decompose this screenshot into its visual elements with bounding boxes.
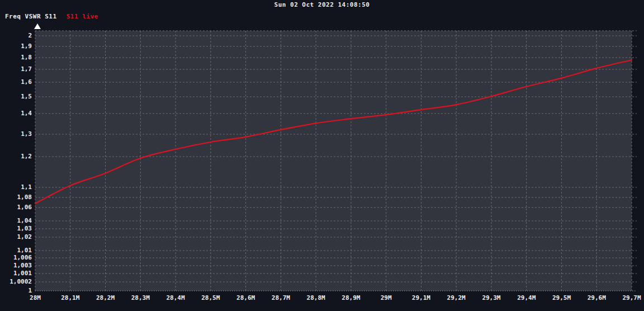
x-tick-label: 29,2M bbox=[437, 294, 475, 301]
x-tick-label: 28,2M bbox=[87, 294, 125, 301]
vswr-trace bbox=[35, 60, 632, 204]
x-tick-label: 28M bbox=[16, 294, 54, 301]
y-tick-label: 1,8 bbox=[0, 54, 32, 61]
grid-lines bbox=[35, 31, 637, 291]
x-tick-label: 28,6M bbox=[227, 294, 265, 301]
chart-canvas bbox=[35, 31, 632, 291]
y-tick-label: 1,06 bbox=[0, 204, 32, 211]
y-tick-label: 1,7 bbox=[0, 65, 32, 73]
y-tick-label: 1,003 bbox=[0, 262, 32, 269]
y-tick-label: 1,0002 bbox=[0, 278, 32, 285]
cursor-triangle-icon[interactable] bbox=[34, 23, 41, 29]
y-tick-label: 1,001 bbox=[0, 270, 32, 277]
y-tick-label: 1,006 bbox=[0, 254, 32, 261]
plot-area[interactable] bbox=[35, 31, 632, 291]
x-tick-label: 28,1M bbox=[51, 294, 89, 301]
y-tick-label: 1,1 bbox=[0, 183, 32, 191]
x-tick-label: 28,4M bbox=[157, 294, 195, 301]
y-tick-label: 2 bbox=[0, 32, 32, 39]
x-tick-label: 28,5M bbox=[192, 294, 230, 301]
vswr-analyzer-screen: Sun 02 Oct 2022 14:08:50 Freq VSWR S11 S… bbox=[0, 0, 644, 311]
y-tick-label: 1 bbox=[0, 287, 32, 294]
y-tick-label: 1,6 bbox=[0, 78, 32, 86]
x-tick-label: 28,7M bbox=[262, 294, 300, 301]
y-tick-label: 1,2 bbox=[0, 153, 32, 160]
y-tick-label: 1,03 bbox=[0, 225, 32, 232]
y-tick-label: 1,04 bbox=[0, 217, 32, 224]
x-tick-label: 29,6M bbox=[577, 294, 615, 301]
x-tick-label: 29,5M bbox=[542, 294, 580, 301]
legend: Freq VSWR S11 S11 live bbox=[5, 13, 98, 20]
x-tick-label: 29,4M bbox=[508, 294, 546, 301]
y-tick-label: 1,01 bbox=[0, 247, 32, 254]
x-tick-label: 29M bbox=[367, 294, 405, 301]
y-tick-label: 1,5 bbox=[0, 93, 32, 100]
y-tick-label: 1,3 bbox=[0, 130, 32, 138]
y-tick-label: 1,4 bbox=[0, 110, 32, 117]
x-tick-label: 29,1M bbox=[402, 294, 440, 301]
trace-label-s11-live[interactable]: S11 live bbox=[67, 13, 98, 20]
x-tick-label: 29,3M bbox=[472, 294, 510, 301]
x-tick-label: 28,3M bbox=[121, 294, 159, 301]
axis-title-freq-vswr-s11: Freq VSWR S11 bbox=[5, 13, 57, 20]
x-tick-label: 28,9M bbox=[332, 294, 370, 301]
timestamp: Sun 02 Oct 2022 14:08:50 bbox=[0, 1, 644, 8]
x-tick-label: 28,8M bbox=[297, 294, 335, 301]
x-tick-label: 29,7M bbox=[613, 294, 644, 301]
y-tick-label: 1,02 bbox=[0, 233, 32, 241]
y-tick-label: 1,08 bbox=[0, 194, 32, 201]
y-tick-label: 1,9 bbox=[0, 43, 32, 50]
